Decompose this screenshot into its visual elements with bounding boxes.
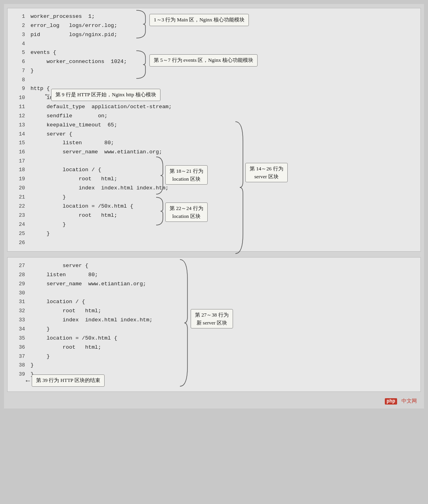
code-line: 29 server_name www.etiantian.org; bbox=[14, 280, 310, 289]
page-wrapper: 1 worker_processes 1; 2 error_log logs/e… bbox=[4, 4, 424, 409]
code-line: 4 bbox=[14, 40, 254, 48]
code-line: 15 listen 80; bbox=[14, 139, 254, 148]
code-line: 36 root html; bbox=[14, 343, 310, 352]
code-line: 19 root html; bbox=[14, 175, 254, 184]
code-line: 20 index index.html index.htm; bbox=[14, 184, 254, 193]
code-line: 7 } bbox=[14, 67, 254, 76]
code-block-1: 1 worker_processes 1; 2 error_log logs/e… bbox=[7, 8, 421, 252]
code-block-2: 27 server { 28 listen 80; 29 server_name… bbox=[7, 257, 421, 392]
code-line: 12 sendfile on; bbox=[14, 112, 254, 121]
code-line: 14 server { bbox=[14, 130, 254, 139]
annotation-main-zone: 1～3 行为 Main 区，Nginx 核心功能模块 bbox=[149, 14, 249, 26]
code-line: 11 default_type application/octet-stream… bbox=[14, 103, 254, 112]
code-line: 32 root html; bbox=[14, 307, 310, 316]
code-line: 26 bbox=[14, 239, 254, 247]
brace-events bbox=[134, 50, 146, 79]
php-logo: php bbox=[385, 398, 397, 405]
arrow-http-start: ← 第 9 行是 HTTP 区开始，Nginx http 核心模块 bbox=[45, 89, 160, 101]
code-line: 34 } bbox=[14, 325, 310, 334]
code-line: 22 location = /50x.html { bbox=[14, 202, 254, 211]
annotation-location1: 第 18～21 行为location 区块 bbox=[165, 165, 208, 185]
code-line: 27 server { bbox=[14, 262, 310, 271]
brace-new-server bbox=[178, 259, 188, 387]
brace-location2 bbox=[154, 197, 164, 225]
brace-server bbox=[233, 121, 244, 254]
code-line: 35 location = /50x.html { bbox=[14, 334, 310, 343]
arrow-http-end: ← 第 39 行为 HTTP 区块的结束 bbox=[26, 374, 105, 387]
code-line: 25 } bbox=[14, 229, 254, 239]
code-line: 8 bbox=[14, 76, 254, 84]
site-name: 中文网 bbox=[401, 398, 417, 404]
code-line: 18 location / { bbox=[14, 166, 254, 175]
bottom-logo: php 中文网 bbox=[7, 397, 421, 405]
code-line: 17 bbox=[14, 157, 254, 166]
brace-main bbox=[134, 10, 146, 38]
code-line: 31 location / { bbox=[14, 298, 310, 307]
code-line: 24 } bbox=[14, 220, 254, 229]
code-line: 21 } bbox=[14, 193, 254, 202]
annotation-http-end: 第 39 行为 HTTP 区块的结束 bbox=[32, 374, 105, 387]
annotation-new-server: 第 27～38 行为新 server 区块 bbox=[191, 309, 233, 328]
code-line: 28 listen 80; bbox=[14, 271, 310, 280]
annotation-events-zone: 第 5～7 行为 events 区，Nginx 核心功能模块 bbox=[149, 54, 258, 67]
annotation-server-zone: 第 14～26 行为server 区块 bbox=[245, 163, 288, 182]
code-line: 23 root html; bbox=[14, 211, 254, 220]
brace-location1 bbox=[154, 157, 164, 195]
code-line: 38 } bbox=[14, 361, 310, 370]
code-line: 37 } bbox=[14, 352, 310, 361]
annotation-location2: 第 22～24 行为location 区块 bbox=[165, 202, 208, 222]
code-line: 3 pid logs/nginx.pid; bbox=[14, 31, 254, 40]
code-line: 13 keepalive_timeout 65; bbox=[14, 121, 254, 130]
code-line: 33 index index.html index.htm; bbox=[14, 316, 310, 325]
code-line: 16 server_name www.etiantian.org; bbox=[14, 148, 254, 157]
annotation-http-start: 第 9 行是 HTTP 区开始，Nginx http 核心模块 bbox=[51, 89, 160, 101]
code-line: 30 bbox=[14, 289, 310, 298]
